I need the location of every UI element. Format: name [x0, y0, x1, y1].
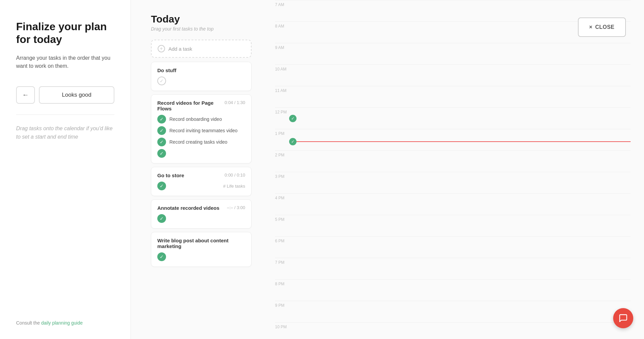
subtask-item: ✓ Record inviting teammates video: [157, 126, 245, 135]
time-slot: 2 PM: [275, 150, 631, 172]
task-title: Record videos for Page Flows: [157, 100, 225, 111]
add-task-label: Add a task: [168, 46, 192, 52]
task-card-header: Record videos for Page Flows 0:04 / 1:30: [157, 100, 245, 111]
task-card: Go to store 0:00 / 0:10 ✓ # Life tasks: [151, 167, 252, 196]
plus-icon: +: [158, 45, 165, 52]
time-label: 6 PM: [275, 237, 295, 243]
task-check[interactable]: ✓: [157, 214, 166, 223]
time-line: [295, 301, 631, 301]
task-card-header: Annotate recorded videos –:– / 3:00: [157, 205, 245, 211]
calendar-area: 7 AM 8 AM 9 AM 10 AM 11 AM 12 PM ✓ 1 PM: [262, 0, 644, 339]
time-line: [295, 172, 631, 173]
chat-icon: [619, 313, 628, 323]
time-line: [295, 215, 631, 215]
task-card: Do stuff ✓: [151, 62, 252, 91]
time-label: 3 PM: [275, 172, 295, 179]
task-title: Do stuff: [157, 67, 176, 73]
left-panel: Finalize your plan for today Arrange you…: [0, 0, 131, 339]
looks-good-button[interactable]: Looks good: [39, 86, 114, 104]
task-check[interactable]: ✓: [157, 182, 166, 190]
task-card-header: Do stuff: [157, 67, 245, 73]
time-slot: 7 AM: [275, 0, 631, 21]
time-line: [295, 86, 631, 87]
task-card: Record videos for Page Flows 0:04 / 1:30…: [151, 94, 252, 163]
time-slot-1pm: 1 PM ✓: [275, 129, 631, 150]
time-slot: 7 PM: [275, 258, 631, 279]
time-slot: 5 PM: [275, 215, 631, 236]
subtask-check[interactable]: ✓: [157, 138, 166, 146]
time-label: 10 AM: [275, 65, 295, 71]
time-slot: 9 AM: [275, 43, 631, 64]
time-label: 7 AM: [275, 0, 295, 7]
time-label: 2 PM: [275, 151, 295, 157]
task-title: Go to store: [157, 173, 184, 178]
task-footer: ✓ # Life tasks: [157, 182, 245, 190]
time-slot: 11 AM: [275, 86, 631, 107]
daily-planning-guide-link[interactable]: daily planning guide: [41, 320, 83, 326]
time-label: 9 PM: [275, 301, 295, 308]
task-card-header: Go to store 0:00 / 0:10: [157, 173, 245, 178]
time-slot: 4 PM: [275, 193, 631, 215]
task-check-empty[interactable]: ✓: [157, 77, 166, 85]
time-line: [295, 323, 631, 323]
subtask-item: ✓: [157, 149, 245, 158]
time-slot: 8 PM: [275, 279, 631, 301]
time-label: 4 PM: [275, 194, 295, 200]
task-title: Annotate recorded videos: [157, 205, 219, 211]
time-label: 8 PM: [275, 280, 295, 286]
chat-button[interactable]: [613, 308, 633, 328]
time-slot: 3 PM: [275, 172, 631, 193]
panel-title: Finalize your plan for today: [16, 20, 114, 46]
subtask-label: Record creating tasks video: [169, 139, 227, 145]
time-label: 8 AM: [275, 22, 295, 29]
time-line: [295, 151, 631, 151]
back-button[interactable]: ←: [16, 86, 35, 104]
time-slot-12pm: 12 PM ✓: [275, 107, 631, 129]
task-title: Write blog post about content marketing: [157, 238, 245, 249]
close-x-icon: ×: [589, 24, 593, 30]
subtask-check[interactable]: ✓: [157, 126, 166, 135]
time-label: 12 PM: [275, 108, 295, 114]
task-card: Annotate recorded videos –:– / 3:00 ✓: [151, 199, 252, 229]
tag-label: # Life tasks: [223, 184, 245, 189]
task-timer: 0:00 / 0:10: [225, 173, 245, 178]
time-label: 10 PM: [275, 323, 295, 329]
time-line: [295, 0, 631, 1]
subtask-check[interactable]: ✓: [157, 149, 166, 158]
time-slot: 10 AM: [275, 64, 631, 86]
task-check[interactable]: ✓: [157, 252, 166, 261]
subtask-label: Record onboarding video: [169, 116, 222, 122]
current-time-indicator: ✓: [289, 138, 631, 145]
task-list-area: Today Drag your first tasks to the top +…: [131, 0, 262, 339]
divider: [16, 114, 114, 115]
time-line: [295, 65, 631, 65]
bottom-section: Consult the daily planning guide: [16, 320, 114, 326]
time-line: [295, 108, 631, 108]
current-time-line: [297, 141, 631, 142]
today-subtitle: Drag your first tasks to the top: [151, 26, 252, 32]
time-label: 11 AM: [275, 86, 295, 93]
close-button[interactable]: × CLOSE: [578, 17, 626, 37]
subtask-check[interactable]: ✓: [157, 115, 166, 124]
time-line: [295, 237, 631, 237]
subtask-item: ✓ Record onboarding video: [157, 115, 245, 124]
time-line: [295, 280, 631, 280]
time-label: 1 PM: [275, 129, 295, 136]
time-label: 7 PM: [275, 258, 295, 265]
subtask-list: ✓ Record onboarding video ✓ Record invit…: [157, 115, 245, 158]
time-slot: 10 PM: [275, 322, 631, 339]
panel-description: Arrange your tasks in the order that you…: [16, 54, 114, 70]
time-slot: 9 PM: [275, 301, 631, 322]
close-label: CLOSE: [595, 24, 614, 30]
time-slot: 8 AM: [275, 21, 631, 43]
current-time-dot: ✓: [289, 138, 297, 145]
task-card: Write blog post about content marketing …: [151, 232, 252, 267]
add-task-button[interactable]: + Add a task: [151, 40, 252, 58]
subtask-label: Record inviting teammates video: [169, 128, 237, 133]
time-line: [295, 129, 631, 130]
task-card-header: Write blog post about content marketing: [157, 238, 245, 249]
drag-hint-text: Drag tasks onto the calendar if you'd li…: [16, 124, 114, 141]
main-content: Today Drag your first tasks to the top +…: [131, 0, 644, 339]
task-timer: –:– / 3:00: [227, 205, 245, 210]
time-label: 9 AM: [275, 43, 295, 50]
